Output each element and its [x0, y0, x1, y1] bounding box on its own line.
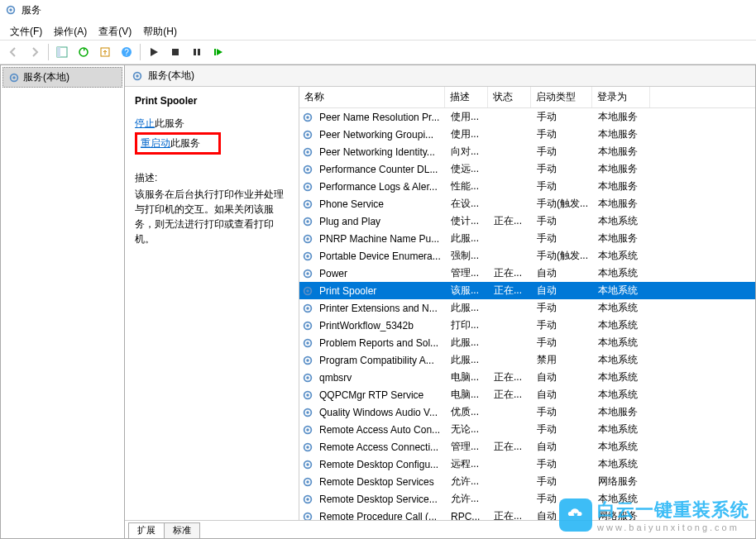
selected-service-title: Print Spooler: [135, 95, 289, 107]
right-content: Print Spooler 停止此服务 重启动此服务 描述: 该服务在后台执行打…: [125, 87, 755, 520]
properties-button[interactable]: [52, 42, 72, 62]
back-button[interactable]: [3, 42, 23, 62]
service-row[interactable]: qmbsrv电脑...正在...自动本地系统: [299, 369, 755, 386]
tree-pane: 服务(本地): [1, 65, 125, 538]
service-desc: 使用...: [447, 108, 490, 126]
service-name: Performance Logs & Aler...: [316, 179, 447, 194]
service-row[interactable]: Remote Desktop Services允许...手动网络服务: [299, 473, 755, 490]
service-status: 正在...: [490, 212, 534, 230]
col-logon[interactable]: 登录为: [592, 87, 650, 107]
service-logon: 本地系统: [595, 265, 653, 282]
detail-pane: Print Spooler 停止此服务 重启动此服务 描述: 该服务在后台执行打…: [125, 87, 299, 520]
svg-point-53: [306, 428, 309, 432]
service-row[interactable]: Power管理...正在...自动本地系统: [299, 265, 755, 282]
restart-suffix: 此服务: [170, 137, 200, 149]
start-button[interactable]: [144, 42, 164, 62]
service-status: 正在...: [490, 508, 534, 520]
svg-point-41: [306, 324, 309, 327]
service-row[interactable]: Phone Service在设...手动(触发...本地服务: [299, 195, 755, 212]
service-status: [490, 150, 534, 154]
forward-button[interactable]: [25, 42, 45, 62]
col-desc[interactable]: 描述: [445, 87, 488, 107]
service-name: PrintWorkflow_5342b: [316, 318, 447, 333]
refresh-button[interactable]: [74, 42, 93, 62]
service-row[interactable]: PNRP Machine Name Pu...此服...手动本地服务: [299, 230, 755, 247]
service-row[interactable]: Remote Desktop Configu...远程...手动本地系统: [299, 456, 755, 473]
service-row[interactable]: Problem Reports and Sol...此服...手动本地系统: [299, 334, 755, 351]
menu-view[interactable]: 查看(V): [93, 23, 136, 36]
stop-button[interactable]: [165, 42, 185, 62]
service-logon: 本地服务: [595, 230, 653, 247]
service-status: [490, 237, 534, 241]
service-desc: 允许...: [447, 473, 490, 490]
service-icon: [302, 441, 313, 453]
service-row[interactable]: Remote Access Auto Con...无论...手动本地系统: [299, 421, 755, 438]
service-name: Remote Access Auto Con...: [316, 422, 447, 437]
stop-link[interactable]: 停止: [135, 117, 155, 129]
service-name: Peer Networking Identity...: [316, 145, 447, 160]
service-row[interactable]: PrintWorkflow_5342b打印...手动本地系统: [299, 317, 755, 334]
svg-point-13: [12, 76, 16, 79]
service-desc: 打印...: [447, 317, 490, 334]
service-logon: 本地系统: [595, 282, 653, 299]
service-row[interactable]: Remote Desktop Service...允许...手动本地系统: [299, 490, 755, 508]
col-type[interactable]: 启动类型: [531, 87, 592, 107]
help-button[interactable]: ?: [117, 42, 136, 62]
svg-point-25: [306, 185, 309, 188]
service-status: [490, 203, 534, 206]
service-row[interactable]: Quality Windows Audio V...优质...手动本地服务: [299, 403, 755, 421]
col-name[interactable]: 名称: [299, 87, 445, 107]
service-row[interactable]: Peer Networking Groupi...使用...手动本地服务: [299, 126, 755, 143]
svg-rect-3: [57, 47, 60, 57]
service-status: [490, 185, 534, 188]
service-logon: 本地系统: [595, 317, 653, 334]
service-row[interactable]: Performance Logs & Aler...性能...手动本地服务: [299, 178, 755, 195]
tree-root-services[interactable]: 服务(本地): [2, 67, 122, 88]
service-name: Printer Extensions and N...: [316, 301, 447, 316]
menu-action[interactable]: 操作(A): [49, 23, 92, 36]
restart-button[interactable]: [208, 42, 228, 62]
service-row[interactable]: Portable Device Enumera...强制...手动(触发...本…: [299, 247, 755, 265]
service-row[interactable]: Remote Procedure Call (...RPC...正在...自动网…: [299, 508, 755, 520]
svg-point-33: [306, 255, 309, 258]
service-status: [490, 116, 534, 119]
service-icon: [302, 146, 313, 158]
service-icon: [302, 407, 313, 418]
service-status: [490, 411, 534, 414]
pause-button[interactable]: [187, 42, 207, 62]
svg-point-35: [306, 272, 309, 275]
service-row[interactable]: Remote Access Connecti...管理...正在...自动本地系…: [299, 438, 755, 456]
export-button[interactable]: [95, 42, 115, 62]
menu-help[interactable]: 帮助(H): [138, 23, 182, 36]
service-logon: 本地服务: [595, 195, 653, 212]
service-row[interactable]: Program Compatibility A...此服...禁用本地系统: [299, 351, 755, 369]
svg-point-17: [306, 116, 309, 119]
restart-link[interactable]: 重启动: [141, 137, 170, 149]
service-row[interactable]: Peer Name Resolution Pr...使用...手动本地服务: [299, 108, 755, 126]
service-row[interactable]: Plug and Play使计...正在...手动本地系统: [299, 212, 755, 230]
service-type: 手动: [534, 212, 595, 230]
menubar: 文件(F) 操作(A) 查看(V) 帮助(H): [0, 20, 756, 40]
svg-point-27: [306, 203, 309, 206]
description-text: 该服务在后台执行打印作业并处理与打印机的交互。如果关闭该服务，则无法进行打印或查…: [135, 187, 289, 246]
service-row[interactable]: Print Spooler该服...正在...自动本地系统: [299, 282, 755, 299]
col-status[interactable]: 状态: [488, 87, 531, 107]
service-desc: 电脑...: [447, 386, 490, 403]
service-name: Plug and Play: [316, 214, 447, 229]
service-desc: 管理...: [447, 265, 490, 282]
services-icon: [8, 72, 20, 83]
menu-file[interactable]: 文件(F): [5, 23, 47, 36]
right-header-label: 服务(本地): [148, 69, 194, 83]
service-row[interactable]: Printer Extensions and N...此服...手动本地系统: [299, 299, 755, 317]
service-row[interactable]: QQPCMgr RTP Service电脑...正在...自动本地系统: [299, 386, 755, 403]
service-name: Peer Name Resolution Pr...: [316, 110, 447, 125]
service-logon: 本地系统: [595, 369, 653, 386]
service-type: 手动: [534, 108, 595, 126]
tab-standard[interactable]: 标准: [164, 522, 200, 538]
tab-extended[interactable]: 扩展: [128, 522, 165, 538]
restart-highlight-box: 重启动此服务: [135, 132, 221, 155]
service-status: [490, 341, 534, 345]
service-row[interactable]: Performance Counter DL...使远...手动本地服务: [299, 160, 755, 178]
service-row[interactable]: Peer Networking Identity...向对...手动本地服务: [299, 143, 755, 160]
action-links: 停止此服务 重启动此服务: [135, 117, 289, 155]
